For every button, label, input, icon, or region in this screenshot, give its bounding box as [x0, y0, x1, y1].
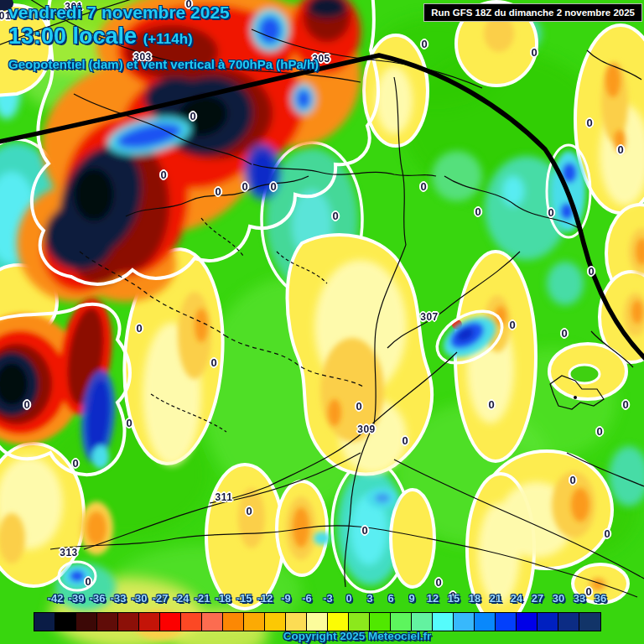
- zero-contour-label: 0: [85, 575, 91, 588]
- zero-contour-label: 0: [210, 356, 216, 369]
- legend-tick-label: 9: [408, 592, 414, 605]
- legend-color-cell: [223, 613, 244, 631]
- zero-contour-label: 0: [215, 185, 221, 198]
- legend-tick-label: -18: [216, 592, 231, 605]
- legend-tick-label: -27: [153, 592, 169, 605]
- zero-contour-label: 0: [136, 322, 142, 335]
- forecast-header: vendredi 7 novembre 2025 13:00 locale (+…: [8, 3, 319, 71]
- legend-tick-label: 24: [511, 592, 522, 605]
- weather-map-viewport: 0130130330530730931131300000000000000000…: [0, 0, 644, 644]
- legend-color-cell: [139, 613, 160, 631]
- legend-color-cell: [370, 613, 391, 631]
- legend-color-cell: [307, 613, 328, 631]
- legend-color-cell: [181, 613, 202, 631]
- vertical-velocity-field-svg: [0, 0, 644, 644]
- zero-contour-label: 0: [361, 524, 367, 537]
- zero-contour-label: 0: [588, 265, 594, 278]
- legend-tick-label: -6: [302, 592, 312, 605]
- zero-contour-label: 0: [435, 576, 441, 589]
- copyright-text: Copyright 2025 Meteociel.fr: [283, 630, 431, 642]
- geopotential-contour-label: 311: [216, 491, 233, 503]
- zero-contour-label: 0: [246, 505, 252, 517]
- zero-contour-label: 0: [596, 425, 602, 438]
- legend-color-cell: [328, 613, 349, 631]
- zero-contour-label: 0: [126, 417, 132, 429]
- legend-color-cell: [412, 613, 433, 631]
- zero-contour-label: 0: [402, 434, 408, 447]
- zero-contour-label: 0: [617, 143, 623, 156]
- forecast-hour-offset: (+114h): [143, 31, 193, 47]
- legend-color-cell: [579, 613, 600, 631]
- zero-contour-label: 0: [488, 398, 494, 411]
- legend-color-cell: [558, 613, 579, 631]
- legend-tick-label: -39: [69, 592, 85, 605]
- zero-contour-label: 0: [585, 585, 591, 598]
- legend-color-cell: [76, 613, 97, 631]
- legend-tick-label: -12: [257, 592, 273, 605]
- zero-contour-label: 0: [270, 180, 276, 193]
- legend-tick-label: -15: [236, 592, 252, 605]
- legend-bar: [34, 612, 601, 631]
- legend-color-cell: [286, 613, 307, 631]
- zero-contour-label: 0: [622, 398, 628, 411]
- legend-tick-label: 3: [366, 592, 372, 605]
- zero-contour-label: 0: [190, 110, 195, 122]
- legend-color-cell: [265, 613, 286, 631]
- zero-contour-label: 0: [160, 169, 166, 181]
- zero-contour-label: 0: [356, 400, 361, 413]
- legend-color-cell: [391, 613, 412, 631]
- legend-tick-label: 21: [490, 592, 501, 605]
- zero-contour-label: 0: [421, 38, 427, 50]
- legend-color-cell: [97, 613, 118, 631]
- zero-contour-label: 0: [475, 205, 480, 218]
- forecast-date: vendredi 7 novembre 2025: [8, 3, 319, 23]
- zero-contour-label: 0: [420, 180, 426, 193]
- legend-color-cell: [34, 613, 55, 631]
- legend-color-cell: [244, 613, 265, 631]
- legend-color-cell: [160, 613, 181, 631]
- legend-color-cell: [118, 613, 139, 631]
- legend-tick-label: -30: [132, 592, 148, 605]
- model-run-box: Run GFS 18Z du dimanche 2 novembre 2025: [423, 3, 642, 22]
- zero-contour-label: 0: [72, 457, 78, 470]
- zero-contour-label: 0: [509, 319, 515, 331]
- zero-contour-label: 0: [561, 327, 567, 340]
- legend-color-cell: [202, 613, 223, 631]
- legend-tick-label: 30: [553, 592, 564, 605]
- legend-color-cell: [538, 613, 558, 631]
- geopotential-contour-label: 307: [420, 311, 439, 323]
- zero-contour-label: 0: [242, 180, 247, 193]
- legend-color-cell: [55, 613, 76, 631]
- geopotential-contour-label: 313: [60, 547, 78, 558]
- legend-tick-label: 6: [387, 592, 393, 605]
- zero-contour-label: 0: [586, 117, 592, 129]
- zero-contour-label: 0: [531, 46, 537, 59]
- legend-tick-label: 12: [427, 592, 439, 605]
- forecast-time: 13:00 locale (+114h): [8, 23, 319, 49]
- legend-tick-label: -36: [90, 592, 106, 605]
- legend-tick-label: -21: [195, 592, 210, 605]
- legend-tick-label: 33: [574, 592, 585, 605]
- legend-tick-label: 0: [345, 592, 351, 605]
- legend-color-cell: [349, 613, 370, 631]
- legend-color-cell: [475, 613, 496, 631]
- zero-contour-label: 0: [23, 398, 29, 411]
- legend-color-cell: [517, 613, 538, 631]
- geopotential-contour-label: 309: [357, 423, 376, 435]
- legend-tick-label: -9: [281, 592, 291, 605]
- legend-color-cell: [433, 613, 454, 631]
- zero-contour-label: 0: [548, 206, 553, 219]
- legend-color-cell: [496, 613, 517, 631]
- legend-tick-label: 15: [448, 592, 460, 605]
- zero-contour-label: 0: [332, 210, 338, 222]
- small-island-dot: [574, 396, 577, 399]
- legend-tick-label: -42: [48, 592, 64, 605]
- zero-contour-label: 0: [604, 527, 610, 540]
- zero-contour-label: 0: [569, 474, 575, 486]
- legend-color-cell: [454, 613, 475, 631]
- legend-tick-label: 18: [469, 592, 480, 605]
- legend-tick-label: -24: [174, 592, 190, 605]
- legend-tick-label: 36: [595, 592, 606, 605]
- map-parameter-subtitle: Geopotentiel (dam) et vent vertical à 70…: [8, 57, 319, 71]
- legend-tick-label: 27: [532, 592, 543, 605]
